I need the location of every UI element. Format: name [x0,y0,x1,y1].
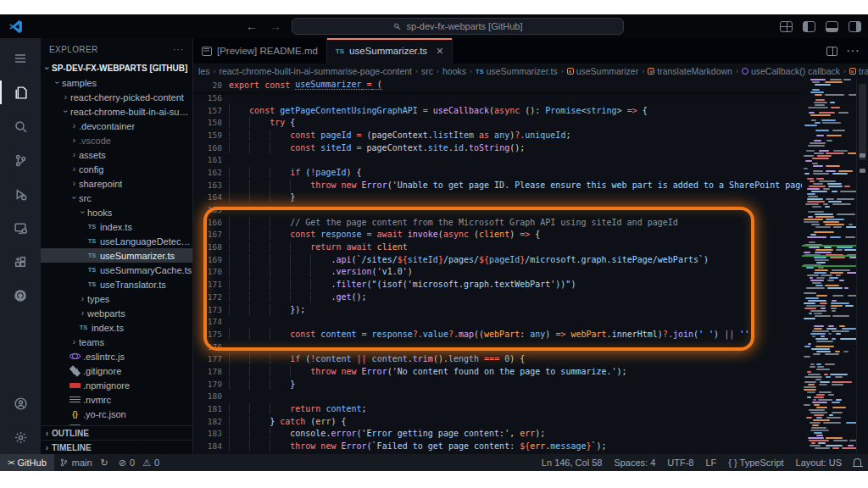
tree-item--npmignore[interactable]: .npmignore [41,378,192,392]
sync-icon[interactable]: ↻ [101,458,108,468]
tree-item-index-ts[interactable]: TSindex.ts [41,320,192,335]
tree-root[interactable]: › SP-DEV-FX-WEBPARTS [GITHUB] [41,60,192,75]
code-line-163[interactable]: 163throw new Error('Unable to get page I… [193,179,802,191]
sticky-scroll-line[interactable]: 20export const useSummarizer = ( [193,79,802,92]
tree-item-sharepoint[interactable]: ›sharepoint [41,176,192,191]
code-line-166[interactable]: 166// Get the page content from the Micr… [193,216,802,229]
breadcrumb-item[interactable]: react-chrome-built-in-ai-summarise-page-… [219,66,412,76]
code-line-175[interactable]: 175const content = response?.value?.map(… [193,328,802,341]
tree-item-react-cherry-picked-content[interactable]: ›react-cherry-picked-content [41,90,192,104]
editor-scrollbar[interactable] [856,79,868,454]
code-line-178[interactable]: 178throw new Error('No content found on … [193,365,802,378]
breadcrumb-item[interactable]: translateMarkdown [648,66,732,76]
code-line-181[interactable]: 181return content; [193,402,802,415]
code-line-168[interactable]: 168return await client [193,241,802,253]
keyboard-layout[interactable]: Layout: US [796,454,842,471]
tree-item--eslintrc-js[interactable]: .eslintrc.js [41,349,192,363]
tree-item--nvmrc[interactable]: .nvmrc [41,392,192,407]
cursor-position[interactable]: Ln 146, Col 58 [542,454,603,471]
forward-arrow[interactable]: → [268,20,283,32]
branch-indicator[interactable]: main ↻ [54,454,114,471]
code-editor[interactable]: 20export const useSummarizer = ( 156157c… [193,79,868,454]
tree-item-index-ts[interactable]: TSindex.ts [41,219,192,234]
breadcrumb-item[interactable]: les [198,66,209,76]
toggle-panel-icon[interactable] [826,21,838,32]
breadcrumb-item[interactable]: TSuseSummarizer.ts [476,66,558,76]
breadcrumb-item[interactable]: useCallback() callback [742,66,840,76]
tab-readme-preview[interactable]: [Preview] README.md [193,38,327,64]
tree-item--vscode[interactable]: ›.vscode [41,133,192,147]
notifications-bell-icon[interactable] [854,458,861,466]
code-line-173[interactable]: 173}); [193,303,802,316]
code-line-164[interactable]: 164} [193,191,802,204]
code-line-176[interactable]: 176 [193,341,802,353]
code-line-177[interactable]: 177if (!content || content.trim().length… [193,352,802,365]
tree-item--devcontainer[interactable]: ›.devcontainer [41,119,192,133]
code-line-174[interactable]: 174 [193,315,802,328]
code-line-159[interactable]: 159const pageId = (pageContext.listItem … [193,129,802,141]
remote-explorer-icon[interactable] [0,211,41,245]
code-line-172[interactable]: 172.get(); [193,291,802,303]
code-line-179[interactable]: 179} [193,378,802,391]
breadcrumb-item[interactable]: src [421,66,433,76]
encoding[interactable]: UTF-8 [667,454,693,471]
indentation[interactable]: Spaces: 4 [614,454,655,471]
tree-item-uselanguagedetector-ts[interactable]: TSuseLanguageDetector.ts [41,234,192,248]
tree-item-usetranslator-ts[interactable]: TSuseTranslator.ts [41,277,192,291]
back-arrow[interactable]: ← [244,20,259,32]
explorer-actions-icon[interactable]: ··· [173,45,184,54]
code-line-165[interactable]: 165 [193,203,802,216]
editor-more-actions-icon[interactable]: ··· [846,43,860,58]
breadcrumb-item[interactable]: hooks [442,66,466,76]
eol-sequence[interactable]: LF [706,454,717,471]
code-line-156[interactable]: 156 [193,92,802,104]
code-line-160[interactable]: 160const siteId = pageContext.site.id.to… [193,141,802,154]
menu-icon[interactable] [0,42,41,75]
tree-item--gitignore[interactable]: .gitignore [41,363,192,378]
explorer-icon[interactable] [0,75,41,109]
remote-indicator[interactable]: >< GitHub [0,454,54,471]
tree-item-react-chrome-built-in-ai-summarise-page-content[interactable]: ›react-chrome-built-in-ai-summarise-page… [41,104,192,119]
breadcrumb-item[interactable]: translat [849,66,868,76]
tree-item-src[interactable]: ›src [41,191,192,205]
account-icon[interactable] [0,386,41,420]
tree-item-types[interactable]: ›types [41,291,192,306]
customize-layout-icon[interactable] [780,21,793,32]
problems-indicator[interactable]: ⊘ 0 ⚠︎ 0 [114,454,164,471]
scrollbar-thumb[interactable] [859,84,866,160]
split-editor-icon[interactable] [826,47,837,56]
minimap[interactable] [802,79,856,454]
toggle-sidebar-icon[interactable] [803,21,815,32]
code-line-171[interactable]: 171.filter("(isof('microsoft.graph.textW… [193,278,802,291]
tree-item-usesummarizer-ts[interactable]: TSuseSummarizer.ts [41,248,192,263]
settings-gear-icon[interactable] [0,420,41,454]
code-line-169[interactable]: 169.api(`/sites/${siteId}/pages/${pageId… [193,253,802,266]
code-line-184[interactable]: 184throw new Error(`Failed to get page c… [193,440,802,452]
tree-item-config[interactable]: ›config [41,162,192,176]
toggle-secondary-sidebar-icon[interactable] [849,21,861,32]
code-line-170[interactable]: 170.version('v1.0') [193,266,802,279]
tree-item-assets[interactable]: ›assets [41,147,192,162]
close-icon[interactable]: ✕ [436,46,443,57]
github-icon[interactable] [0,279,41,313]
tree-item-hooks[interactable]: ›hooks [41,205,192,219]
tree-item-teams[interactable]: ›teams [41,335,192,349]
breadcrumb-item[interactable]: useSummarizer [567,66,639,76]
code-line-158[interactable]: 158try { [193,116,802,129]
language-mode[interactable]: { } TypeScript [728,454,783,471]
tree-item-samples[interactable]: ›samples [41,75,192,90]
source-control-icon[interactable] [0,143,41,177]
code-line-167[interactable]: 167const response = await invoke(async (… [193,229,802,241]
code-line-161[interactable]: 161 [193,153,802,166]
tree-item-webparts[interactable]: ›webparts [41,306,192,320]
run-debug-icon[interactable] [0,177,41,211]
tab-usesummarizer[interactable]: TS useSummarizer.ts ✕ [327,38,453,64]
tree-item--yo-rc-json[interactable]: {}.yo-rc.json [41,407,192,421]
code-line-20[interactable]: 20export const useSummarizer = ( [193,79,802,92]
tree-item-usesummarycache-ts[interactable]: TSuseSummaryCache.ts [41,263,192,277]
outline-section[interactable]: ›OUTLINE [41,425,192,440]
code-line-182[interactable]: 182} catch (err) { [193,415,802,428]
command-center-search[interactable]: 🔍︎ sp-dev-fx-webparts [GitHub] [292,18,624,35]
code-line-162[interactable]: 162if (!pageId) { [193,166,802,179]
code-line-183[interactable]: 183console.error('Error getting page con… [193,428,802,441]
